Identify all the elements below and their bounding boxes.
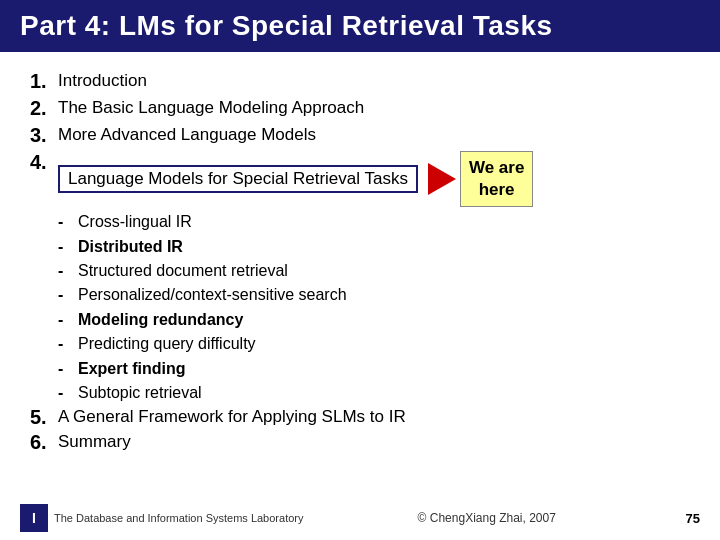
logo-text: I [32,510,36,526]
item1-num: 1. [30,70,58,93]
slide-title: Part 4: LMs for Special Retrieval Tasks [0,0,720,52]
sub-item-7: - Expert finding [58,358,690,380]
title-text: Part 4: LMs for Special Retrieval Tasks [20,10,553,41]
item5-num: 5. [30,406,58,429]
sub-item-4: - Personalized/context-sensitive search [58,284,690,306]
list-item-6: 6. Summary [30,431,690,454]
footer-page-number: 75 [670,511,700,526]
list-item-3: 3. More Advanced Language Models [30,124,690,147]
footer-logo-desc: The Database and Information Systems Lab… [54,511,303,525]
item6-num: 6. [30,431,58,454]
sub-item-8: - Subtopic retrieval [58,382,690,404]
sub-item-1-text: Cross-lingual IR [78,211,192,233]
item4-num: 4. [30,151,58,174]
list-item-5: 5. A General Framework for Applying SLMs… [30,406,690,429]
item3-text: More Advanced Language Models [58,124,316,145]
sub-item-7-text: Expert finding [78,358,186,380]
sub-item-3-text: Structured document retrieval [78,260,288,282]
arrow-box: We arehere [428,151,533,207]
sub-item-5: - Modeling redundancy [58,309,690,331]
list-item-1: 1. Introduction [30,70,690,93]
sub-item-3: - Structured document retrieval [58,260,690,282]
item4-row: Language Models for Special Retrieval Ta… [58,151,690,207]
sub-item-5-text: Modeling redundancy [78,309,243,331]
item3-num: 3. [30,124,58,147]
sub-item-6: - Predicting query difficulty [58,333,690,355]
item2-num: 2. [30,97,58,120]
sub-list: - Cross-lingual IR - Distributed IR - St… [58,211,690,404]
sub-item-2: - Distributed IR [58,236,690,258]
footer-logo: I The Database and Information Systems L… [20,504,303,532]
slide: Part 4: LMs for Special Retrieval Tasks … [0,0,720,540]
list-item-4: 4. Language Models for Special Retrieval… [30,151,690,207]
sub-item-2-text: Distributed IR [78,236,183,258]
item5-text: A General Framework for Applying SLMs to… [58,406,406,427]
item4-label-wrapper: Language Models for Special Retrieval Ta… [58,151,533,207]
item1-text: Introduction [58,70,147,91]
list-item-2: 2. The Basic Language Modeling Approach [30,97,690,120]
logo-icon: I [20,504,48,532]
arrow-icon [428,163,456,195]
sub-item-1: - Cross-lingual IR [58,211,690,233]
slide-content: 1. Introduction 2. The Basic Language Mo… [0,52,720,466]
footer: I The Database and Information Systems L… [0,504,720,532]
sub-item-8-text: Subtopic retrieval [78,382,202,404]
sub-item-6-text: Predicting query difficulty [78,333,256,355]
main-list: 1. Introduction 2. The Basic Language Mo… [30,70,690,207]
we-are-here-label: We arehere [460,151,533,207]
item4-box-text: Language Models for Special Retrieval Ta… [58,165,418,193]
item2-text: The Basic Language Modeling Approach [58,97,364,118]
item6-text: Summary [58,431,131,452]
footer-copyright: © ChengXiang Zhai, 2007 [303,511,670,525]
sub-item-4-text: Personalized/context-sensitive search [78,284,347,306]
